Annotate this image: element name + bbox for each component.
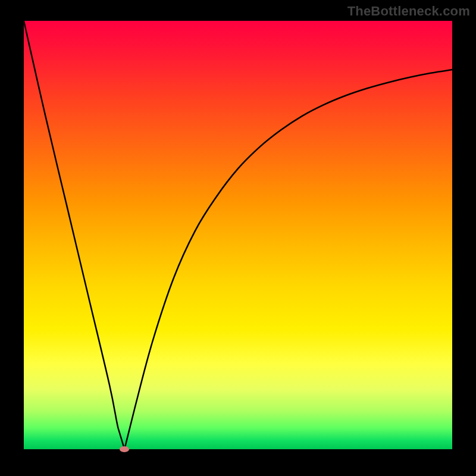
chart-frame: TheBottleneck.com xyxy=(0,0,476,476)
plot-area xyxy=(24,21,452,449)
watermark-text: TheBottleneck.com xyxy=(347,4,470,19)
bottleneck-curve xyxy=(24,21,452,449)
vertex-marker xyxy=(120,446,129,452)
